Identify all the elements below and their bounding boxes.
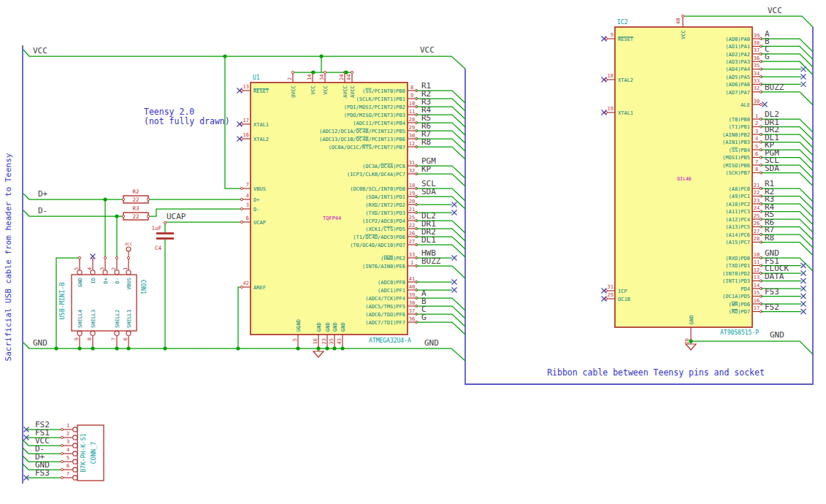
pin-name: (ADC11/PCINT4)PB4 — [353, 121, 405, 126]
pin-name: GND — [332, 322, 338, 332]
pin-circle — [73, 459, 77, 464]
pin-name: (SS/PCINT0)PB0 — [362, 88, 405, 94]
net-label-G: G — [421, 313, 427, 322]
junction-dot — [340, 346, 344, 350]
pin-number: 19 — [409, 191, 415, 196]
pin-number: 42 — [243, 280, 249, 286]
shape: OC4D — [365, 234, 378, 240]
no-connect-x — [801, 271, 806, 276]
pin-name: VCC — [310, 85, 316, 95]
net-label-FS3: FS3 — [35, 468, 50, 478]
ic2-value: AT90S8515-P — [720, 329, 759, 336]
pin-name: (PDO/MISO/PCINT3)PB3 — [344, 112, 405, 118]
pin-number: 8 — [87, 337, 93, 340]
pin-number: 19 — [608, 106, 613, 112]
pin-name: GND — [689, 315, 695, 324]
pin-end — [351, 71, 353, 73]
pin-end — [61, 460, 63, 462]
pin-number: 18 — [608, 73, 613, 79]
pin-name: (A10)PC2 — [725, 202, 750, 207]
pin-name: GND — [325, 322, 331, 332]
pin-number: 35 — [329, 338, 334, 344]
pin-name: (SCK)PB7 — [725, 170, 750, 176]
pin-name: XTAL1 — [618, 110, 633, 116]
pin-number: 37 — [409, 308, 415, 314]
pin-name: (OC1A)PD5 — [722, 294, 750, 299]
pin-number: 29 — [608, 292, 613, 298]
pin-number: 6 — [755, 151, 758, 157]
pin-name: (SDA/INT1)PD1 — [365, 194, 405, 200]
shape: /PCINT12)PB5 — [368, 129, 405, 134]
pin-end — [324, 71, 326, 73]
pin-number: 1 — [66, 423, 69, 429]
shape: )PD7 — [738, 309, 750, 315]
u1-value: ATMEGA32U4-A — [369, 337, 411, 344]
pin-number: 18 — [409, 183, 415, 188]
pin-name: (OC0B/SCL/INT0)PD0 — [350, 186, 405, 192]
junction-dot — [316, 346, 320, 350]
pin-number: 8 — [410, 85, 413, 91]
pin-name: UCAP — [253, 220, 266, 226]
pin-name: GND — [316, 322, 322, 332]
pin-number: 17 — [243, 118, 249, 123]
pin-name: (HWB)PE2 — [381, 256, 405, 261]
net-label-KP: KP — [421, 164, 432, 174]
pin-name: VCC — [681, 30, 687, 39]
pin-name: ID — [91, 278, 96, 283]
pin-name: (ADC1)PF1 — [378, 288, 405, 294]
shape: SS — [732, 148, 738, 153]
pin-number: 7 — [111, 337, 117, 340]
wire — [238, 287, 242, 348]
net-label-G: G — [765, 52, 770, 61]
u1-footprint: TQFP44 — [323, 215, 341, 221]
pin-circle — [73, 476, 77, 480]
pin-number: 27 — [409, 239, 415, 245]
pin-name: RESET — [253, 88, 269, 94]
pin-end — [122, 198, 124, 200]
pin-number: 34 — [754, 71, 760, 77]
pin-name: (AIN0)PB2 — [722, 132, 750, 138]
pin-name: (SS)PB4 — [728, 148, 750, 153]
net-label-ucap: UCAP — [167, 212, 186, 221]
pin-number: 3 — [99, 267, 105, 270]
pin-name: (ICP2/ADC8)PD4 — [362, 218, 405, 224]
pin-circle — [73, 451, 77, 456]
resistor-value: 22 — [132, 213, 139, 220]
pin-name: ALE — [741, 102, 750, 108]
pin-number: 28 — [409, 117, 415, 123]
pin-number: 14 — [307, 75, 313, 80]
pin-number: 11 — [754, 259, 760, 265]
pin-name: OC1B — [618, 297, 630, 302]
pin-name: (MISO)PB6 — [722, 163, 750, 169]
pin-number: 31 — [409, 160, 415, 166]
pin-end — [61, 428, 63, 430]
pin-number: 38 — [409, 300, 415, 306]
pin-name: D- — [253, 207, 259, 213]
pin-number: 30 — [409, 133, 415, 139]
shape: RTS — [362, 145, 372, 150]
capacitor-value: 1uF — [151, 225, 161, 232]
pin-number: 39 — [409, 292, 415, 298]
pin-end — [681, 15, 684, 17]
pin-number: 41 — [409, 276, 415, 282]
pin-end — [240, 187, 242, 189]
pin-name: (T0/OC4D/ADC10)PD7 — [350, 243, 405, 248]
pin-name: (INT1)PD3 — [722, 278, 750, 284]
net-label-R8: R8 — [421, 137, 431, 147]
pin-name: SHELL1 — [126, 310, 132, 328]
pin-number: 23 — [321, 338, 327, 344]
pin-name: ICP — [618, 289, 627, 294]
pin-name: (AD0)PA0 — [725, 37, 750, 42]
pin-number: 24 — [754, 205, 760, 211]
pin-number: 11 — [409, 109, 415, 115]
pin-name: (A12)PC4 — [725, 217, 750, 223]
pin-name: (ADC13/OC1B/OC4B/PCINT13)PB6 — [319, 137, 405, 142]
pin-name: (AIN1)PB3 — [722, 140, 750, 145]
pin-name: (INT6/AIN0)PE6 — [362, 264, 405, 270]
pin-end — [115, 256, 118, 259]
pin-number: 22 — [409, 223, 415, 229]
pin-end — [61, 444, 63, 446]
shape: )PE2 — [393, 256, 405, 261]
pin-number: 2 — [287, 77, 293, 80]
pin-number: 1 — [123, 267, 129, 270]
